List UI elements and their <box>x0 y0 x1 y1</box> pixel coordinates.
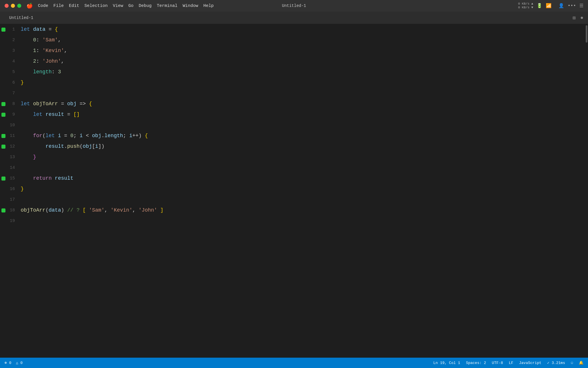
tab-untitled-1[interactable]: Untitled-1 <box>5 14 38 22</box>
line-number-12: 12 <box>7 141 21 152</box>
line-number-10: 10 <box>7 120 21 131</box>
language-mode[interactable]: JavaScript <box>519 361 541 365</box>
code-content-12: result.push(obj[i]) <box>21 141 588 152</box>
code-line-8: 8 let objToArr = obj => { <box>0 99 588 109</box>
encoding[interactable]: UTF-8 <box>492 361 503 365</box>
line-number-6: 6 <box>7 77 21 88</box>
user-icon: 👤 <box>558 3 564 9</box>
menu-edit[interactable]: Edit <box>69 3 79 8</box>
code-line-3: 3 1: 'Kevin', <box>0 45 588 56</box>
code-line-16: 16 } <box>0 184 588 194</box>
menu-help[interactable]: Help <box>203 3 214 8</box>
code-content-15: return result <box>21 173 588 184</box>
code-line-4: 4 2: 'John', <box>0 56 588 67</box>
menu-terminal[interactable]: Terminal <box>157 3 177 8</box>
code-line-15: 15 return result <box>0 173 588 184</box>
split-editor-icon[interactable]: ⊞ <box>572 15 576 21</box>
smiley-icon[interactable]: ☺ <box>571 361 573 365</box>
battery-icon: 🔋 <box>537 3 542 9</box>
settings-icon[interactable]: ● <box>580 15 583 21</box>
code-content-8: let objToArr = obj => { <box>21 99 588 109</box>
line-number-5: 5 <box>7 67 21 77</box>
line-number-2: 2 <box>7 35 21 45</box>
line-number-1: 1 <box>7 24 21 35</box>
statusbar-left: ⊗ 0 △ 0 <box>5 361 23 365</box>
breakpoint-9[interactable] <box>0 113 7 117</box>
code-content-18: objToArr(data) // ? [ 'Sam', 'Kevin', 'J… <box>21 205 588 216</box>
minimize-button[interactable] <box>11 4 15 8</box>
line-number-18: 18 <box>7 205 21 216</box>
menu-bar: 🍎 Code File Edit Selection View Go Debug… <box>26 3 214 9</box>
code-line-12: 12 result.push(obj[i]) <box>0 141 588 152</box>
code-line-2: 2 0: 'Sam', <box>0 35 588 45</box>
code-line-7: 7 <box>0 88 588 99</box>
wifi-icon: 📶 <box>546 3 552 9</box>
menu-selection[interactable]: Selection <box>84 3 108 8</box>
code-line-11: 11 for(let i = 0; i < obj.length; i++) { <box>0 131 588 141</box>
code-content-2: 0: 'Sam', <box>21 35 588 45</box>
menu-file[interactable]: File <box>53 3 64 8</box>
menu-code[interactable]: Code <box>38 3 48 8</box>
cursor-position[interactable]: Ln 19, Col 1 <box>433 361 460 365</box>
apple-menu[interactable]: 🍎 <box>26 3 33 9</box>
code-content-4: 2: 'John', <box>21 56 588 67</box>
titlebar: 🍎 Code File Edit Selection View Go Debug… <box>0 0 588 12</box>
breakpoint-18[interactable] <box>0 208 7 212</box>
breakpoint-15[interactable] <box>0 177 7 181</box>
titlebar-right: 0 KB/s ▲0 KB/s ▼ 🔋 📶 👤 ••• ☰ <box>518 2 583 9</box>
close-button[interactable] <box>5 4 9 8</box>
code-content-3: 1: 'Kevin', <box>21 45 588 56</box>
code-content-5: length: 3 <box>21 67 588 77</box>
line-number-11: 11 <box>7 131 21 141</box>
code-editor[interactable]: 1 let data = { 2 0: 'Sam', 3 1: 'Kevin',… <box>0 24 588 358</box>
breakpoint-1[interactable] <box>0 28 7 32</box>
code-line-14: 14 <box>0 162 588 173</box>
menu-view[interactable]: View <box>113 3 123 8</box>
code-line-13: 13 } <box>0 152 588 162</box>
code-content-13: } <box>21 152 588 162</box>
code-content-9: let result = [] <box>21 109 588 120</box>
notification-icon[interactable]: 🔔 <box>579 361 583 365</box>
code-line-18: 18 objToArr(data) // ? [ 'Sam', 'Kevin',… <box>0 205 588 216</box>
statusbar-right: Ln 19, Col 1 Spaces: 2 UTF-8 LF JavaScri… <box>433 361 583 365</box>
line-number-19: 19 <box>7 216 21 226</box>
list-icon[interactable]: ☰ <box>579 3 583 9</box>
menu-go[interactable]: Go <box>128 3 134 8</box>
code-line-19: 19 <box>0 216 588 226</box>
breakpoint-11[interactable] <box>0 134 7 138</box>
maximize-button[interactable] <box>17 4 21 8</box>
code-content-16: } <box>21 184 588 194</box>
code-line-1: 1 let data = { <box>0 24 588 35</box>
breakpoint-8[interactable] <box>0 102 7 106</box>
scrollbar-thumb[interactable] <box>586 25 587 43</box>
line-number-15: 15 <box>7 173 21 184</box>
line-number-8: 8 <box>7 99 21 109</box>
code-content-1: let data = { <box>21 24 588 35</box>
code-line-17: 17 <box>0 194 588 205</box>
more-icon[interactable]: ••• <box>568 3 576 8</box>
warning-count[interactable]: △ 0 <box>16 361 22 365</box>
menu-window[interactable]: Window <box>183 3 198 8</box>
quokka-status[interactable]: ✓ 3.21ms <box>547 361 565 365</box>
line-number-14: 14 <box>7 162 21 173</box>
menu-debug[interactable]: Debug <box>139 3 152 8</box>
line-number-13: 13 <box>7 152 21 162</box>
statusbar: ⊗ 0 △ 0 Ln 19, Col 1 Spaces: 2 UTF-8 LF … <box>0 358 588 368</box>
tabbar-right: ⊞ ● <box>572 15 583 21</box>
editor[interactable]: 1 let data = { 2 0: 'Sam', 3 1: 'Kevin',… <box>0 24 588 358</box>
line-number-4: 4 <box>7 56 21 67</box>
line-number-16: 16 <box>7 184 21 194</box>
error-count[interactable]: ⊗ 0 <box>5 361 11 365</box>
scrollbar[interactable] <box>585 24 588 358</box>
spaces-setting[interactable]: Spaces: 2 <box>466 361 486 365</box>
code-content-6: } <box>21 77 588 88</box>
code-content-11: for(let i = 0; i < obj.length; i++) { <box>21 131 588 141</box>
line-number-9: 9 <box>7 109 21 120</box>
breakpoint-12[interactable] <box>0 145 7 149</box>
code-line-6: 6 } <box>0 77 588 88</box>
eol[interactable]: LF <box>509 361 513 365</box>
code-line-9: 9 let result = [] <box>0 109 588 120</box>
traffic-lights <box>5 4 21 8</box>
line-number-3: 3 <box>7 45 21 56</box>
tabbar: Untitled-1 ⊞ ● <box>0 12 588 24</box>
